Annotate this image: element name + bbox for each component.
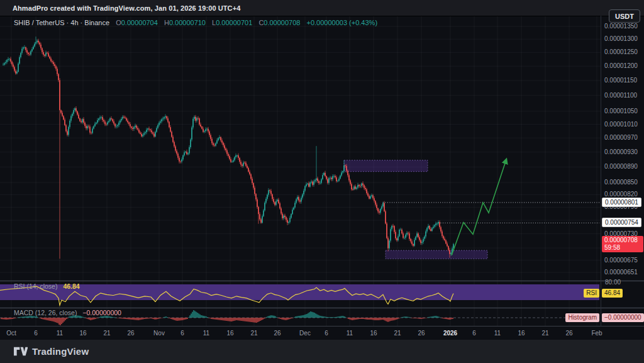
supply-zone-rect[interactable] — [344, 160, 428, 172]
macd-histogram-bar — [175, 318, 176, 321]
candle-body — [182, 155, 184, 159]
candle-body — [371, 195, 372, 196]
candle-body — [270, 191, 272, 194]
rsi-legend[interactable]: RSI (14, close) 46.84 — [14, 282, 80, 290]
candle-body — [298, 197, 299, 201]
time-tick-label: 26 — [418, 330, 425, 337]
low-value: 0.00000701 — [216, 19, 252, 26]
time-tick-label: 6 — [325, 330, 328, 337]
macd-histogram-bar — [258, 318, 259, 321]
macd-histogram-bar — [232, 318, 233, 321]
candle-body — [143, 133, 145, 135]
macd-histogram-bar — [422, 318, 423, 319]
macd-histogram-bar — [201, 315, 201, 318]
macd-histogram-bar — [427, 317, 428, 318]
macd-histogram-bar — [441, 318, 441, 318]
macd-histogram-bar — [12, 318, 13, 319]
candle-body — [75, 108, 77, 111]
candle-body — [117, 125, 118, 126]
demand-zone-rect[interactable] — [386, 250, 487, 259]
candle-body — [288, 222, 289, 223]
candle-body — [318, 181, 319, 183]
macd-histogram-bar — [19, 317, 20, 318]
tradingview-logo[interactable]: TradingView — [14, 346, 89, 357]
macd-legend[interactable]: MACD (12, 26, close) −0.00000000 — [14, 309, 121, 316]
candle-body — [450, 253, 452, 254]
currency-toggle-button[interactable]: USDT — [609, 9, 640, 23]
candle-body — [186, 152, 187, 154]
macd-histogram-bar — [150, 318, 151, 318]
macd-histogram-bar — [282, 318, 283, 320]
macd-histogram-bar — [82, 317, 83, 318]
macd-histogram-bar — [89, 318, 89, 320]
candle-body — [29, 54, 30, 55]
candle-body — [89, 126, 91, 133]
candle-body — [390, 229, 391, 240]
macd-histogram-bar — [363, 318, 364, 319]
symbol-title[interactable]: SHIB / TetherUS — [14, 19, 65, 26]
macd-histogram-bar — [416, 318, 416, 318]
macd-histogram-bar — [155, 318, 156, 320]
symbol-legend[interactable]: SHIB / TetherUS · 4h · Binance O0.000007… — [14, 19, 377, 26]
candle-body — [386, 223, 387, 238]
time-tick-label: 26 — [274, 330, 280, 337]
macd-histogram-bar — [406, 316, 406, 318]
macd-histogram-bar — [339, 316, 340, 318]
candle-body — [369, 196, 370, 198]
price-level-label-801: 0.00000801 — [602, 198, 641, 207]
macd-histogram-bar — [433, 316, 434, 318]
macd-histogram-bar — [120, 318, 121, 318]
macd-legend-title[interactable]: MACD — [14, 309, 33, 316]
candle-body — [52, 61, 53, 62]
macd-histogram-bar — [431, 316, 431, 318]
macd-histogram-bar — [213, 318, 214, 320]
macd-histogram-bar — [230, 318, 230, 321]
macd-histogram-bar — [173, 318, 174, 320]
macd-histogram-bar — [438, 317, 439, 318]
macd-histogram-bar — [192, 312, 192, 318]
macd-histogram-bar — [177, 318, 177, 321]
macd-histogram-bar — [414, 318, 415, 318]
candle-body — [25, 47, 26, 50]
candle-body — [92, 128, 93, 133]
candle-body — [211, 139, 213, 143]
macd-histogram-bar — [335, 317, 336, 318]
macd-histogram-bar — [153, 318, 153, 319]
candle-body — [424, 237, 425, 239]
candle-body — [157, 125, 158, 128]
candle-body — [299, 201, 301, 202]
macd-histogram-bar — [336, 317, 337, 318]
rsi-legend-title[interactable]: RSI — [14, 282, 25, 290]
macd-histogram-bar — [279, 318, 279, 318]
candle-body — [400, 230, 401, 230]
candle-body — [293, 208, 294, 209]
candle-body — [133, 127, 135, 129]
macd-histogram-bar — [99, 317, 99, 318]
candle-body — [148, 128, 150, 129]
macd-histogram-bar — [118, 318, 118, 318]
macd-histogram-bar — [393, 318, 394, 320]
macd-histogram-bar — [180, 318, 181, 320]
candle-body — [111, 118, 112, 119]
macd-histogram-bar — [294, 317, 294, 318]
candle-body — [24, 47, 25, 48]
close-value: 0.00000708 — [264, 19, 300, 26]
candle-body — [203, 129, 204, 132]
candle-body — [374, 198, 375, 201]
candle-body — [242, 165, 243, 166]
candle-body — [228, 154, 229, 156]
time-tick-label: 16 — [79, 330, 86, 337]
macd-histogram-bar — [162, 318, 162, 318]
candle-body — [402, 233, 404, 238]
macd-histogram-bar — [81, 316, 82, 318]
symbol-interval[interactable]: 4h — [70, 19, 78, 26]
macd-histogram-bar — [202, 316, 203, 318]
candle-body — [122, 117, 123, 119]
candle-body — [392, 226, 394, 226]
candle-body — [65, 125, 67, 131]
candle-body — [358, 185, 360, 186]
rsi-legend-params: (14, close) — [26, 282, 57, 290]
candle-body — [380, 209, 381, 213]
macd-histogram-bar — [61, 318, 62, 324]
macd-histogram-bar — [260, 318, 260, 321]
